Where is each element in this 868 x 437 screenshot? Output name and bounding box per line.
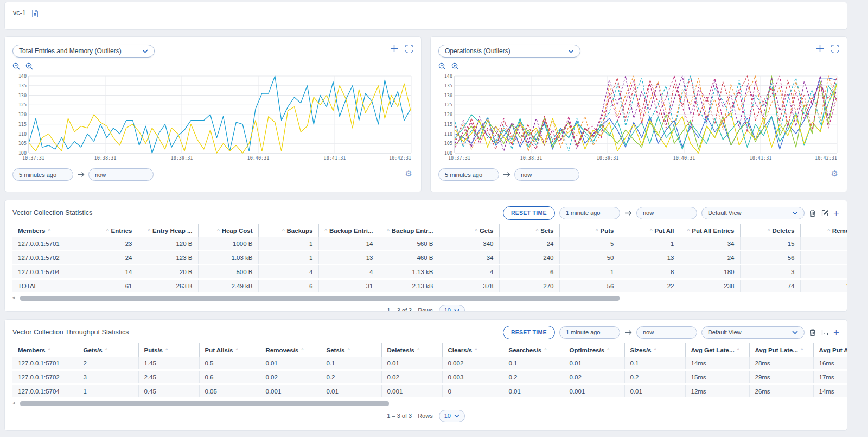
table-cell: 1.13 kB (379, 265, 439, 279)
time-to-input[interactable]: now (636, 207, 697, 219)
fullscreen-icon[interactable] (831, 45, 839, 53)
table-cell: 1.45 (138, 357, 199, 370)
table-cell: 0.05 (199, 384, 260, 398)
column-header[interactable]: ^Backup Entri... (318, 224, 379, 237)
view-selector[interactable]: Default View (701, 207, 805, 219)
column-header[interactable]: ^Sets (499, 224, 559, 237)
add-view-button[interactable]: + (833, 208, 839, 218)
edit-view-icon[interactable] (821, 328, 829, 337)
column-header[interactable]: Clears/s^ (442, 343, 503, 357)
scrollbar-left-arrow-icon[interactable]: ◂ (12, 400, 15, 406)
time-to-input[interactable]: now (514, 168, 579, 181)
page-size-select[interactable]: 10 (439, 410, 465, 422)
table-cell: 127.0.0.1:5701 (12, 237, 78, 251)
view-selector[interactable]: Default View (701, 326, 805, 339)
table-row: 127.0.0.1:570410.450.050.0010.010.00100.… (12, 384, 847, 398)
column-header[interactable]: Put Alls/s^ (199, 343, 260, 357)
svg-text:140: 140 (444, 74, 452, 79)
table-cell: 15ms (685, 370, 749, 384)
column-header[interactable]: Gets/s^ (78, 343, 138, 357)
column-header[interactable]: ^Puts (559, 224, 620, 237)
column-header[interactable]: Sizes/s^ (624, 343, 685, 357)
column-header[interactable]: Optimizes/s^ (564, 343, 624, 357)
column-header[interactable]: ^Gets (439, 224, 499, 237)
page-size-select[interactable]: 10 (439, 305, 465, 312)
column-header[interactable]: Avg Put Late...^ (749, 343, 813, 357)
table-cell: 270 (499, 279, 559, 293)
time-from-input[interactable]: 5 minutes ago (438, 168, 499, 181)
svg-text:140: 140 (18, 74, 27, 79)
edit-view-icon[interactable] (821, 209, 829, 217)
chart-panel-operations: Operations/s (Outliers) (430, 36, 847, 192)
column-header[interactable]: ^Put All (620, 224, 680, 237)
svg-text:120: 120 (18, 112, 27, 117)
zoom-out-icon[interactable] (438, 62, 446, 71)
zoom-in-icon[interactable] (25, 62, 34, 71)
table-cell: 0.01 (503, 384, 564, 398)
table-cell: 0.002 (442, 357, 503, 370)
delete-view-icon[interactable] (809, 328, 816, 337)
time-from-input[interactable]: 1 minute ago (559, 207, 620, 219)
add-view-button[interactable]: + (833, 327, 839, 338)
zoom-out-icon[interactable] (12, 62, 21, 71)
reset-time-button[interactable]: RESET TIME (503, 206, 555, 220)
metric-selector[interactable]: Operations/s (Outliers) (438, 45, 580, 58)
sort-caret-icon: ^ (282, 227, 284, 233)
time-from-input[interactable]: 1 minute ago (559, 326, 620, 339)
table-cell (800, 251, 847, 265)
document-icon[interactable] (31, 9, 39, 18)
column-header[interactable]: ^Entry Heap ... (138, 224, 198, 237)
table-cell: 127.0.0.1:5702 (12, 370, 78, 384)
column-header[interactable]: Members^ (12, 343, 78, 357)
column-header[interactable]: Members^ (12, 224, 78, 237)
column-header[interactable]: Avg Get Late...^ (685, 343, 749, 357)
column-header[interactable]: Removes/s^ (260, 343, 321, 357)
table-cell: 1 (559, 265, 620, 279)
table-cell: 28ms (749, 357, 813, 370)
scrollbar-thumb[interactable] (20, 296, 620, 301)
arrow-right-icon (77, 172, 85, 178)
svg-text:110: 110 (444, 131, 452, 137)
table-title: Vector Collection Statistics (12, 209, 92, 217)
table-cell (800, 237, 847, 251)
table-cell: 6 (258, 279, 318, 293)
sort-caret-icon: ^ (654, 347, 656, 353)
scrollbar-thumb[interactable] (20, 401, 389, 406)
table-cell: 74 (740, 279, 800, 293)
table-cell: 1 (258, 237, 318, 251)
column-header[interactable]: Searches/s^ (503, 343, 564, 357)
svg-text:120: 120 (444, 112, 452, 117)
add-chart-icon[interactable] (816, 45, 824, 53)
time-from-input[interactable]: 5 minutes ago (12, 168, 73, 181)
column-header[interactable]: Deletes/s^ (381, 343, 442, 357)
settings-gear-icon[interactable]: ⚙ (831, 169, 838, 178)
column-header[interactable]: Puts/s^ (138, 343, 199, 357)
settings-gear-icon[interactable]: ⚙ (405, 169, 412, 178)
column-header[interactable]: ^Deletes (740, 224, 800, 237)
table-cell: 1 (78, 384, 138, 398)
add-chart-icon[interactable] (390, 45, 398, 53)
column-header[interactable]: ^Backups (258, 224, 318, 237)
operations-chart-canvas[interactable]: 10:37:3110:38:3110:39:3110:40:3110:41:31… (438, 74, 839, 162)
zoom-in-icon[interactable] (451, 62, 459, 71)
table-cell: 3 (740, 265, 800, 279)
metric-selector[interactable]: Total Entries and Memory (Outliers) (12, 45, 155, 58)
column-header[interactable]: Avg Put All L...^ (813, 343, 847, 357)
column-header[interactable]: ^Put All Entries (680, 224, 740, 237)
entries-memory-chart-canvas[interactable]: 10:37:3110:38:3110:39:3110:40:3110:41:31… (12, 74, 413, 162)
delete-view-icon[interactable] (809, 209, 816, 217)
sort-caret-icon: ^ (105, 347, 107, 353)
scrollbar-left-arrow-icon[interactable]: ◂ (12, 295, 15, 300)
column-header[interactable]: ^Entries (78, 224, 138, 237)
column-header[interactable]: ^Removes (800, 224, 847, 237)
column-header[interactable]: Sets/s^ (321, 343, 381, 357)
fullscreen-icon[interactable] (405, 45, 413, 53)
time-to-input[interactable]: now (636, 326, 697, 339)
column-header[interactable]: ^Backup Entr... (379, 224, 439, 237)
metric-selector-label: Total Entries and Memory (Outliers) (19, 47, 122, 55)
time-to-input[interactable]: now (88, 168, 154, 181)
chevron-down-icon (454, 414, 459, 418)
reset-time-button[interactable]: RESET TIME (503, 326, 555, 339)
svg-text:115: 115 (444, 122, 452, 127)
column-header[interactable]: ^Heap Cost (198, 224, 258, 237)
